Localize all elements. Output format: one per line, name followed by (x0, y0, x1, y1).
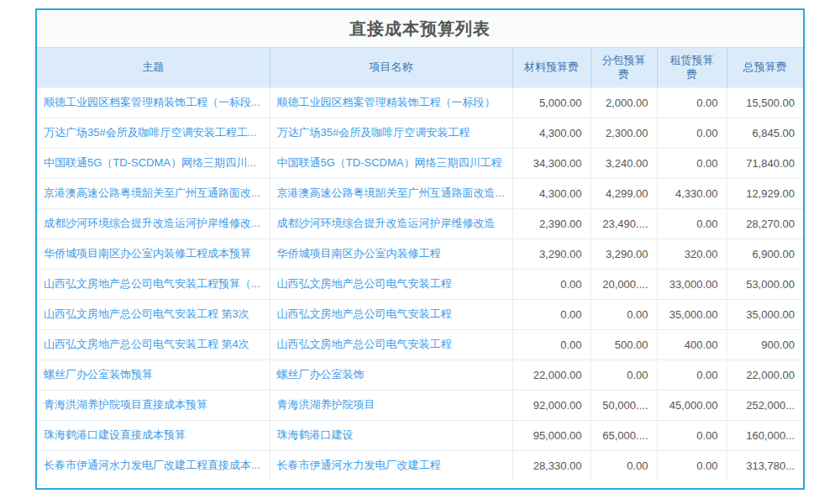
project-link[interactable]: 螺丝厂办公室装饰 (270, 360, 512, 390)
material-value: 0.00 (512, 299, 591, 329)
budget-table: 主题 项目名称 材料预算费 分包预算费 租赁预算费 总预算费 顺德工业园区档案管… (37, 48, 803, 480)
subject-link[interactable]: 长春市伊通河水力发电厂改建工程直接成本... (37, 450, 270, 480)
subject-link[interactable]: 螺丝厂办公室装饰预算 (37, 360, 270, 390)
subcontract-value: 20,000.... (591, 269, 657, 299)
table-row: 顺德工业园区档案管理精装饰工程（一标段...顺德工业园区档案管理精装饰工程（一标… (37, 87, 803, 118)
column-header-subcontract: 分包预算费 (591, 48, 657, 87)
total-value: 252,000... (727, 390, 803, 420)
rental-value: 0.00 (657, 208, 727, 239)
material-value: 5,000.00 (512, 87, 591, 118)
material-value: 28,330.00 (512, 450, 591, 480)
table-row: 万达广场35#会所及咖啡厅空调安装工程工...万达广场35#会所及咖啡厅空调安装… (37, 118, 803, 148)
subject-link[interactable]: 山西弘文房地产总公司电气安装工程预算（... (37, 269, 270, 299)
column-header-material: 材料预算费 (512, 48, 591, 87)
table-row: 中国联通5G（TD-SCDMA）网络三期四川...中国联通5G（TD-SCDMA… (37, 148, 803, 178)
rental-value: 33,000.00 (657, 269, 727, 299)
subcontract-value: 3,290.00 (591, 239, 657, 269)
subject-link[interactable]: 京港澳高速公路粤境韶关至广州互通路面改... (37, 178, 270, 208)
total-value: 53,000.00 (727, 269, 803, 299)
table-row: 山西弘文房地产总公司电气安装工程 第4次山西弘文房地产总公司电气安装工程0.00… (37, 329, 803, 360)
table-row: 成都沙河环境综合提升改造运河护岸维修改...成都沙河环境综合提升改造运河护岸维修… (37, 208, 803, 239)
material-value: 4,300.00 (512, 118, 591, 148)
table-row: 京港澳高速公路粤境韶关至广州互通路面改...京港澳高速公路粤境韶关至广州互通路面… (37, 178, 803, 208)
rental-value: 0.00 (657, 420, 727, 450)
table-row: 青海洪湖养护院项目直接成本预算青海洪湖养护院项目92,000.0050,000.… (37, 390, 803, 420)
column-header-project: 项目名称 (270, 48, 512, 87)
table-row: 华侨城项目南区办公室内装修工程成本预算华侨城项目南区办公室内装修工程3,290.… (37, 239, 803, 269)
project-link[interactable]: 华侨城项目南区办公室内装修工程 (270, 239, 512, 269)
table-header-row: 主题 项目名称 材料预算费 分包预算费 租赁预算费 总预算费 (37, 48, 803, 87)
material-value: 0.00 (512, 269, 591, 299)
subcontract-value: 65,000.... (591, 420, 657, 450)
subcontract-value: 23,490.... (591, 208, 657, 239)
rental-value: 4,330.00 (657, 178, 727, 208)
panel-title-bar: 直接成本预算列表 (37, 10, 803, 48)
project-link[interactable]: 万达广场35#会所及咖啡厅空调安装工程 (270, 118, 512, 148)
table-row: 长春市伊通河水力发电厂改建工程直接成本...长春市伊通河水力发电厂改建工程28,… (37, 450, 803, 480)
total-value: 160,000... (727, 420, 803, 450)
subcontract-value: 2,300.00 (591, 118, 657, 148)
total-value: 71,840.00 (727, 148, 803, 178)
rental-value: 0.00 (657, 148, 727, 178)
project-link[interactable]: 长春市伊通河水力发电厂改建工程 (270, 450, 512, 480)
subcontract-value: 0.00 (591, 299, 657, 329)
material-value: 95,000.00 (512, 420, 591, 450)
subcontract-value: 2,000.00 (591, 87, 657, 118)
project-link[interactable]: 青海洪湖养护院项目 (270, 390, 512, 420)
rental-value: 0.00 (657, 450, 727, 480)
project-link[interactable]: 山西弘文房地产总公司电气安装工程 (270, 329, 512, 360)
table-row: 珠海鹤港口建设直接成本预算珠海鹤港口建设95,000.0065,000....0… (37, 420, 803, 450)
subject-link[interactable]: 山西弘文房地产总公司电气安装工程 第4次 (37, 329, 270, 360)
subject-link[interactable]: 青海洪湖养护院项目直接成本预算 (37, 390, 270, 420)
table-body: 顺德工业园区档案管理精装饰工程（一标段...顺德工业园区档案管理精装饰工程（一标… (37, 87, 803, 480)
project-link[interactable]: 山西弘文房地产总公司电气安装工程 (270, 299, 512, 329)
total-value: 35,000.00 (727, 299, 803, 329)
subcontract-value: 0.00 (591, 360, 657, 390)
material-value: 0.00 (512, 329, 591, 360)
table-header: 主题 项目名称 材料预算费 分包预算费 租赁预算费 总预算费 (37, 48, 803, 87)
subject-link[interactable]: 万达广场35#会所及咖啡厅空调安装工程工... (37, 118, 270, 148)
project-link[interactable]: 成都沙河环境综合提升改造运河护岸维修改造 (270, 208, 512, 239)
subcontract-value: 3,240.00 (591, 148, 657, 178)
rental-value: 320.00 (657, 239, 727, 269)
subject-link[interactable]: 顺德工业园区档案管理精装饰工程（一标段... (37, 87, 270, 118)
rental-value: 0.00 (657, 118, 727, 148)
subject-link[interactable]: 山西弘文房地产总公司电气安装工程 第3次 (37, 299, 270, 329)
column-header-rental: 租赁预算费 (657, 48, 727, 87)
subcontract-value: 500.00 (591, 329, 657, 360)
material-value: 3,290.00 (512, 239, 591, 269)
total-value: 313,780... (727, 450, 803, 480)
project-link[interactable]: 中国联通5G（TD-SCDMA）网络三期四川工程 (270, 148, 512, 178)
total-value: 22,000.00 (727, 360, 803, 390)
total-value: 6,900.00 (727, 239, 803, 269)
project-link[interactable]: 珠海鹤港口建设 (270, 420, 512, 450)
material-value: 22,000.00 (512, 360, 591, 390)
rental-value: 35,000.00 (657, 299, 727, 329)
table-row: 山西弘文房地产总公司电气安装工程 第3次山西弘文房地产总公司电气安装工程0.00… (37, 299, 803, 329)
column-header-subject: 主题 (37, 48, 270, 87)
rental-value: 400.00 (657, 329, 727, 360)
total-value: 28,270.00 (727, 208, 803, 239)
table-row: 螺丝厂办公室装饰预算螺丝厂办公室装饰22,000.000.000.0022,00… (37, 360, 803, 390)
material-value: 2,390.00 (512, 208, 591, 239)
page-title: 直接成本预算列表 (349, 18, 491, 40)
subject-link[interactable]: 华侨城项目南区办公室内装修工程成本预算 (37, 239, 270, 269)
column-header-total: 总预算费 (727, 48, 803, 87)
material-value: 92,000.00 (512, 390, 591, 420)
rental-value: 0.00 (657, 360, 727, 390)
subject-link[interactable]: 珠海鹤港口建设直接成本预算 (37, 420, 270, 450)
subject-link[interactable]: 中国联通5G（TD-SCDMA）网络三期四川... (37, 148, 270, 178)
project-link[interactable]: 顺德工业园区档案管理精装饰工程（一标段） (270, 87, 512, 118)
rental-value: 45,000.00 (657, 390, 727, 420)
total-value: 12,929.00 (727, 178, 803, 208)
subcontract-value: 50,000.... (591, 390, 657, 420)
subject-link[interactable]: 成都沙河环境综合提升改造运河护岸维修改... (37, 208, 270, 239)
project-link[interactable]: 山西弘文房地产总公司电气安装工程 (270, 269, 512, 299)
rental-value: 0.00 (657, 87, 727, 118)
total-value: 15,500.00 (727, 87, 803, 118)
subcontract-value: 0.00 (591, 450, 657, 480)
total-value: 900.00 (727, 329, 803, 360)
material-value: 34,300.00 (512, 148, 591, 178)
project-link[interactable]: 京港澳高速公路粤境韶关至广州互通路面改造... (270, 178, 512, 208)
total-value: 6,845.00 (727, 118, 803, 148)
